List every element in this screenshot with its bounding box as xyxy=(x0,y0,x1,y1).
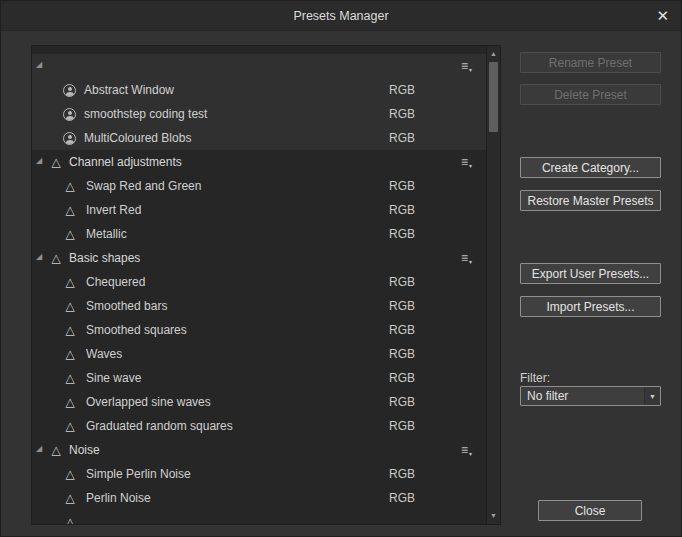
preset-item-row[interactable]: Abstract WindowRGB xyxy=(32,78,486,102)
preset-item-row[interactable]: △Graduated random squaresRGB xyxy=(32,414,486,438)
user-preset-icon xyxy=(63,84,76,97)
preset-item-row[interactable]: smoothstep coding testRGB xyxy=(32,102,486,126)
preset-label: Sine wave xyxy=(86,371,141,385)
preset-item-row[interactable]: △Invert RedRGB xyxy=(32,198,486,222)
menu-caret-icon: ▾ xyxy=(469,67,472,73)
preset-label: Perlin Noise xyxy=(86,491,151,505)
preset-label: Simple Perlin Noise xyxy=(86,467,191,481)
preset-format-label: RGB xyxy=(389,419,415,433)
preset-item-row[interactable]: MultiColoured BlobsRGB xyxy=(32,126,486,150)
preset-item-row[interactable]: △MetallicRGB xyxy=(32,222,486,246)
preset-icon: △ xyxy=(62,348,78,360)
preset-item-row[interactable]: △Perlin NoiseRGB xyxy=(32,486,486,510)
preset-format-label: RGB xyxy=(389,275,415,289)
preset-format-label: RGB xyxy=(389,323,415,337)
preset-format-label: RGB xyxy=(389,395,415,409)
collapse-arrow-icon[interactable]: ◢ xyxy=(36,445,48,453)
category-row[interactable]: ◢≡▾ xyxy=(32,54,486,78)
scroll-up-icon[interactable]: ▲ xyxy=(487,46,500,62)
preset-item-row[interactable]: △Smoothed squaresRGB xyxy=(32,318,486,342)
preset-icon: △ xyxy=(62,324,78,336)
create-category-button[interactable]: Create Category... xyxy=(520,157,661,178)
scrollbar-thumb[interactable] xyxy=(489,62,498,132)
preset-format-label: RGB xyxy=(389,467,415,481)
category-icon: △ xyxy=(48,444,64,456)
preset-label: Waves xyxy=(86,347,122,361)
preset-icon: △ xyxy=(62,396,78,408)
preset-label: Graduated random squares xyxy=(86,419,233,433)
list-scrollbar[interactable]: ▲ ▼ xyxy=(486,46,500,524)
preset-item-row[interactable]: △Smoothed barsRGB xyxy=(32,294,486,318)
preset-icon: △ xyxy=(62,420,78,432)
preset-icon: △ xyxy=(62,300,78,312)
preset-format-label: RGB xyxy=(389,371,415,385)
collapse-arrow-icon[interactable]: ◢ xyxy=(36,157,48,165)
category-menu-icon[interactable]: ≡▾ xyxy=(461,444,472,457)
menu-caret-icon: ▾ xyxy=(469,259,472,265)
preset-item-row[interactable]: △Simple Perlin NoiseRGB xyxy=(32,462,486,486)
user-preset-icon xyxy=(63,108,76,121)
scroll-down-icon[interactable]: ▼ xyxy=(487,508,500,524)
preset-label: Swap Red and Green xyxy=(86,179,201,193)
collapse-arrow-icon[interactable]: ◢ xyxy=(36,253,48,261)
preset-icon: △ xyxy=(62,516,78,524)
preset-item-row[interactable]: △Swap Red and GreenRGB xyxy=(32,174,486,198)
preset-format-label: RGB xyxy=(389,491,415,505)
preset-icon: △ xyxy=(62,276,78,288)
preset-icon: △ xyxy=(62,228,78,240)
category-label: Basic shapes xyxy=(69,251,140,265)
preset-label: Invert Red xyxy=(86,203,141,217)
category-label: Channel adjustments xyxy=(69,155,182,169)
delete-preset-button: Delete Preset xyxy=(520,84,661,105)
preset-format-label: RGB xyxy=(389,179,415,193)
import-presets-button[interactable]: Import Presets... xyxy=(520,296,661,317)
category-icon: △ xyxy=(48,156,64,168)
category-icon: △ xyxy=(48,252,64,264)
close-button[interactable]: Close xyxy=(538,500,642,521)
preset-item-row[interactable]: △Overlapped sine wavesRGB xyxy=(32,390,486,414)
category-row[interactable]: ◢△Noise≡▾ xyxy=(32,438,486,462)
titlebar: Presets Manager ✕ xyxy=(1,1,681,31)
restore-master-presets-button[interactable]: Restore Master Presets xyxy=(520,190,661,211)
category-menu-icon[interactable]: ≡▾ xyxy=(461,252,472,265)
preset-label: Overlapped sine waves xyxy=(86,395,211,409)
preset-label: MultiColoured Blobs xyxy=(84,131,191,145)
menu-caret-icon: ▾ xyxy=(469,451,472,457)
preset-item-row[interactable]: △ChequeredRGB xyxy=(32,270,486,294)
export-user-presets-button[interactable]: Export User Presets... xyxy=(520,263,661,284)
rename-preset-button: Rename Preset xyxy=(520,52,661,73)
category-label: Noise xyxy=(69,443,100,457)
preset-label: Metallic xyxy=(86,227,127,241)
category-row[interactable]: ◢△Basic shapes≡▾ xyxy=(32,246,486,270)
filter-label: Filter: xyxy=(520,371,550,385)
presets-manager-dialog: Presets Manager ✕ ◢≡▾Abstract WindowRGBs… xyxy=(0,0,682,537)
collapse-arrow-icon[interactable]: ◢ xyxy=(36,61,48,69)
preset-icon: △ xyxy=(62,492,78,504)
category-menu-icon[interactable]: ≡▾ xyxy=(461,156,472,169)
category-menu-icon[interactable]: ≡▾ xyxy=(461,60,472,73)
category-row[interactable]: ◢△Channel adjustments≡▾ xyxy=(32,150,486,174)
preset-icon: △ xyxy=(62,180,78,192)
preset-item-row[interactable]: △Sine waveRGB xyxy=(32,366,486,390)
preset-icon: △ xyxy=(62,372,78,384)
filter-dropdown[interactable]: No filter ▼ xyxy=(520,386,661,406)
preset-label: Smoothed bars xyxy=(86,299,167,313)
filter-dropdown-value: No filter xyxy=(521,389,644,403)
preset-format-label: RGB xyxy=(389,203,415,217)
preset-format-label: RGB xyxy=(389,107,415,121)
preset-label: Abstract Window xyxy=(84,83,174,97)
preset-label: Smoothed squares xyxy=(86,323,187,337)
menu-caret-icon: ▾ xyxy=(469,163,472,169)
preset-icon: △ xyxy=(62,204,78,216)
preset-item-row[interactable]: △ xyxy=(32,510,486,524)
preset-item-row[interactable]: △WavesRGB xyxy=(32,342,486,366)
dialog-title: Presets Manager xyxy=(293,9,388,23)
preset-list: ◢≡▾Abstract WindowRGBsmoothstep coding t… xyxy=(32,46,486,524)
preset-format-label: RGB xyxy=(389,131,415,145)
preset-list-panel: ◢≡▾Abstract WindowRGBsmoothstep coding t… xyxy=(31,45,501,525)
preset-format-label: RGB xyxy=(389,347,415,361)
preset-icon: △ xyxy=(62,468,78,480)
preset-format-label: RGB xyxy=(389,227,415,241)
preset-label: smoothstep coding test xyxy=(84,107,207,121)
close-icon[interactable]: ✕ xyxy=(656,1,669,31)
